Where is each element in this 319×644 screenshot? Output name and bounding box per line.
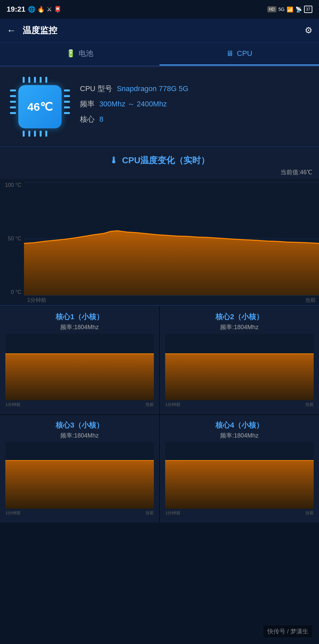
cpu-pin (64, 106, 70, 108)
core-2-svg (165, 334, 314, 400)
status-time: 19:21 (7, 5, 25, 14)
core-3-x-labels: 1分钟前 当前 (5, 509, 154, 517)
chart-y-labels: 100 °C 50 °C 0 °C (0, 179, 24, 305)
cpu-pin (28, 77, 30, 83)
thermometer-icon: 🌡 (110, 155, 118, 166)
core-1-title: 核心1（小核） (5, 312, 154, 322)
watermark: 快传号 / 梦潇生 (263, 625, 312, 637)
core-1-svg (5, 334, 154, 400)
core-4-x-start: 1分钟前 (165, 510, 180, 516)
core-2-title: 核心2（小核） (165, 312, 314, 322)
status-right-icons: HD 5G 📶 📡 37 (267, 6, 312, 13)
chart-current-value: 当前值:46℃ (0, 168, 319, 176)
cpu-cores-value: 8 (99, 115, 103, 123)
core-1-chart (5, 334, 154, 400)
core-1-freq: 频率:1804Mhz (5, 323, 154, 331)
core-1-x-start: 1分钟前 (5, 402, 21, 408)
cpu-pin (34, 131, 36, 137)
core-2-freq: 频率:1804Mhz (165, 323, 314, 331)
cores-grid: 核心1（小核） 频率:1804Mhz 1分钟前 当前 核心2（小核） 频率:18… (0, 307, 319, 523)
cpu-pin (10, 95, 16, 97)
tab-bar: 🔋 电池 🖥 CPU (0, 43, 319, 66)
cpu-pin (34, 77, 36, 83)
temperature-line (24, 231, 319, 295)
cpu-pin (10, 106, 16, 108)
cpu-tab-label: CPU (237, 49, 252, 58)
battery-level: 37 (306, 7, 310, 12)
core-4-chart (165, 442, 314, 509)
core-4-x-end: 当前 (305, 510, 314, 516)
cpu-freq-row: 频率 300Mhz ～ 2400Mhz (80, 99, 309, 109)
cpu-freq-label: 频率 (80, 100, 95, 108)
core-card-4: 核心4（小核） 频率:1804Mhz 1分钟前 当前 (160, 415, 319, 523)
tab-cpu[interactable]: 🖥 CPU (160, 43, 319, 65)
chart-x-start: 1分钟前 (27, 297, 46, 304)
core-card-3: 核心3（小核） 频率:1804Mhz 1分钟前 当前 (0, 415, 159, 523)
chart-container: 100 °C 50 °C 0 °C (0, 179, 319, 305)
notification-icon-2: 🔥 (37, 6, 45, 13)
section-divider-2 (0, 305, 319, 306)
chart-y-label-50: 50 °C (0, 236, 24, 242)
notification-icon-3: ⚔ (47, 6, 52, 13)
app-bar-left: ← 温度监控 (7, 25, 57, 36)
status-bar: 19:21 🌐 🔥 ⚔ 📮 HD 5G 📶 📡 37 (0, 0, 319, 19)
settings-button[interactable]: ⚙ (305, 25, 312, 36)
app-title: 温度监控 (23, 25, 57, 36)
core-3-title: 核心3（小核） (5, 420, 154, 430)
cpu-info-card: 46℃ CPU 型号 Snapdragon 778G 5G 频率 300Mhz … (0, 67, 319, 147)
cpu-pin (10, 101, 16, 103)
hd-icon: HD (267, 6, 276, 12)
tab-battery[interactable]: 🔋 电池 (0, 43, 160, 65)
cpu-pin (64, 112, 70, 114)
chart-title-text: CPU温度变化（实时） (122, 155, 210, 166)
notification-icon-4: 📮 (54, 6, 61, 13)
chart-title: 🌡 CPU温度变化（实时） (0, 155, 319, 166)
signal-icon: 📶 (287, 6, 293, 13)
core-1-x-end: 当前 (145, 402, 154, 408)
core-4-x-labels: 1分钟前 当前 (165, 509, 314, 517)
cpu-chip-body: 46℃ (18, 85, 62, 128)
core-3-chart (5, 442, 154, 509)
core-2-x-end: 当前 (305, 402, 314, 408)
core-4-title: 核心4（小核） (165, 420, 314, 430)
core-3-svg (5, 442, 154, 509)
5g-icon: 5G (278, 7, 285, 12)
notification-icon-1: 🌐 (28, 6, 35, 13)
cpu-pin (45, 77, 47, 83)
wifi-icon: 📡 (295, 6, 302, 13)
core-2-x-labels: 1分钟前 当前 (165, 400, 314, 409)
core-2-chart (165, 334, 314, 400)
cpu-pin (40, 131, 42, 137)
core-2-x-start: 1分钟前 (165, 402, 180, 408)
cpu-model-label: CPU 型号 (80, 84, 112, 93)
battery-indicator: 37 (304, 6, 312, 13)
chart-y-label-100: 100 °C (0, 182, 24, 188)
cpu-chart-section: 🌡 CPU温度变化（实时） 当前值:46℃ 100 °C 50 °C 0 °C (0, 148, 319, 305)
section-divider-1 (0, 147, 319, 147)
core-3-x-end: 当前 (145, 510, 154, 516)
chart-x-end: 当前 (305, 297, 316, 304)
status-app-icons: 🌐 🔥 ⚔ 📮 (28, 6, 61, 13)
back-button[interactable]: ← (7, 25, 16, 36)
cpu-pin (40, 77, 42, 83)
cpu-cores-row: 核心 8 (80, 114, 309, 124)
chart-y-label-0: 0 °C (0, 289, 24, 295)
cpu-model-row: CPU 型号 Snapdragon 778G 5G (80, 84, 309, 94)
cpu-details: CPU 型号 Snapdragon 778G 5G 频率 300Mhz ～ 24… (80, 84, 309, 130)
core-card-2: 核心2（小核） 频率:1804Mhz 1分钟前 当前 (160, 307, 319, 414)
cpu-pin (64, 95, 70, 97)
cpu-pin (23, 77, 25, 83)
cpu-temperature-chip: 46℃ (27, 100, 53, 113)
status-left: 19:21 🌐 🔥 ⚔ 📮 (7, 5, 61, 14)
status-right: HD 5G 📶 📡 37 (267, 6, 312, 13)
core-4-svg (165, 442, 314, 509)
chart-svg (24, 182, 319, 295)
battery-tab-icon: 🔋 (66, 49, 75, 58)
cpu-pin (10, 89, 16, 91)
cpu-tab-icon: 🖥 (226, 49, 233, 58)
core-4-freq: 频率:1804Mhz (165, 432, 314, 440)
cpu-pin (10, 112, 16, 114)
cpu-chip-visual: 46℃ (10, 77, 70, 137)
cpu-pin (28, 131, 30, 137)
core-3-freq: 频率:1804Mhz (5, 432, 154, 440)
